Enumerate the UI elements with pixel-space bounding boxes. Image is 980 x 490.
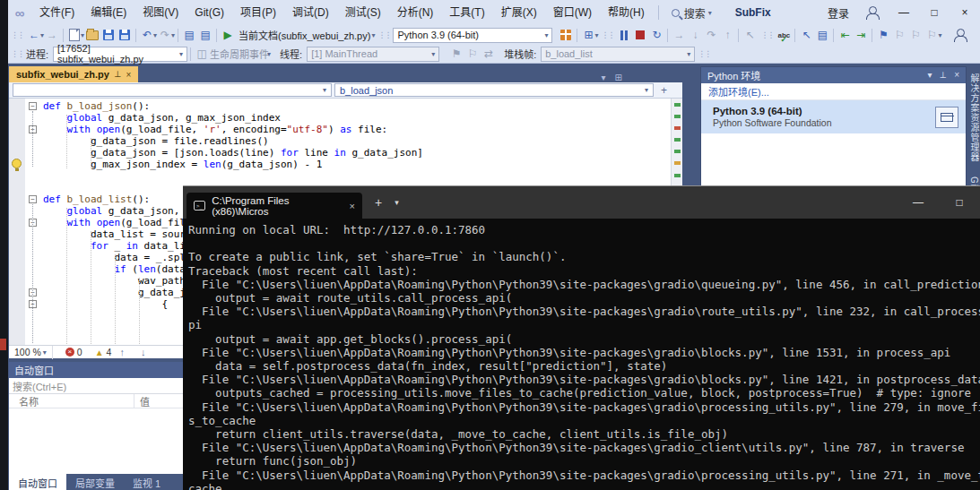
column-value[interactable]: 值 xyxy=(134,394,150,408)
next-issue-icon[interactable]: ↓ xyxy=(141,347,146,357)
menu-edit[interactable]: 编辑(E) xyxy=(82,0,134,25)
tab-locals[interactable]: 局部变量 xyxy=(66,474,124,490)
warning-count[interactable]: 4 xyxy=(107,347,112,357)
terminal-maximize-button[interactable]: □ xyxy=(939,186,980,219)
maximize-button[interactable]: □ xyxy=(919,0,950,25)
tab-solution-explorer[interactable]: 解决方案资源管理器 xyxy=(967,66,980,169)
toolbar-grip[interactable]: ⋮⋮ xyxy=(758,30,776,39)
collapse-icon[interactable]: − xyxy=(29,195,37,203)
pin-icon[interactable]: ⟂ xyxy=(940,70,946,81)
sign-in-button[interactable]: 登录 xyxy=(820,5,856,21)
lifecycle-icon[interactable]: ◫ xyxy=(194,46,210,62)
menu-test[interactable]: 测试(S) xyxy=(337,0,389,25)
menu-git[interactable]: Git(G) xyxy=(186,0,232,25)
zoom-combo[interactable]: 100 % ▾ xyxy=(9,346,53,359)
open-file-button[interactable] xyxy=(84,27,100,43)
nav-type-combo[interactable]: ▾ xyxy=(13,83,332,97)
indent-decrease-button[interactable]: ⇤ xyxy=(837,27,853,43)
column-name[interactable]: 名称 xyxy=(9,394,134,408)
step-out-button[interactable]: ↑ xyxy=(719,27,735,43)
python-version-combo[interactable]: Python 3.9 (64-bit) ▾ xyxy=(393,28,552,43)
add-environment-link[interactable]: 添加环境(E)... xyxy=(701,83,966,100)
pause-button[interactable] xyxy=(616,27,632,43)
nav-member-combo[interactable]: b_load_json ▾ xyxy=(334,83,654,97)
prev-issue-icon[interactable]: ↑ xyxy=(119,347,125,357)
menu-help[interactable]: 帮助(H) xyxy=(600,0,653,25)
next-bookmark-button[interactable]: ⚐ xyxy=(907,27,924,43)
toolbar-grip[interactable]: ⋮⋮ xyxy=(375,30,393,39)
run-target-label[interactable]: 当前文档(subfix_webui_zh.py) xyxy=(238,28,370,42)
spell-check-button[interactable]: abc xyxy=(776,27,792,43)
menu-debug[interactable]: 调试(D) xyxy=(284,0,337,25)
menu-analyze[interactable]: 分析(N) xyxy=(389,0,442,25)
menu-file[interactable]: 文件(F) xyxy=(31,0,82,25)
tab-watch1[interactable]: 监视 1 xyxy=(124,474,169,490)
prev-bookmark-button[interactable]: ⚐ xyxy=(891,27,907,43)
select-pointer-button[interactable]: ↖ xyxy=(798,27,814,43)
menu-view[interactable]: 视图(V) xyxy=(134,0,186,25)
close-button[interactable]: × xyxy=(950,0,980,25)
save-all-button[interactable] xyxy=(117,27,133,43)
show-threads-button[interactable]: ↖ xyxy=(742,27,758,43)
python-env-title-bar[interactable]: Python 环境 ▾ ⟂ × xyxy=(701,67,966,83)
stack-frame-combo[interactable]: b_load_list ▾ xyxy=(541,47,695,62)
collapse-icon[interactable]: − xyxy=(29,102,37,110)
tab-subfix-webui-zh[interactable]: subfix_webui_zh.py ⟂ × xyxy=(9,66,138,82)
navigate-to-button[interactable]: ▤ xyxy=(197,27,213,43)
lifecycle-label[interactable]: 生命周期事件 xyxy=(210,47,269,61)
step-back-button[interactable]: ↷ xyxy=(703,27,719,43)
split-editor-icon[interactable]: + xyxy=(661,84,667,97)
menu-window[interactable]: 窗口(W) xyxy=(545,0,600,25)
menu-tools[interactable]: 工具(T) xyxy=(441,0,492,25)
tab-autos[interactable]: 自动窗口 xyxy=(9,474,66,490)
thread-combo[interactable]: [1] MainThread ▾ xyxy=(307,47,439,62)
start-debug-button[interactable]: ▶ xyxy=(220,27,236,43)
toolbar-grip[interactable]: ⋮⋮ xyxy=(8,49,26,58)
flag-outline-icon[interactable]: ⚐ xyxy=(464,46,481,62)
new-tab-button[interactable]: + xyxy=(375,195,382,210)
minimize-button[interactable]: — xyxy=(889,0,919,25)
pin-icon[interactable]: ⟂ xyxy=(115,69,121,80)
close-icon[interactable]: × xyxy=(954,70,959,81)
toolbar-grip[interactable]: ⋮⋮ xyxy=(598,30,616,39)
terminal-output[interactable]: Running on local URL: http://127.0.0.1:7… xyxy=(183,219,980,490)
call-hierarchy-button[interactable]: ▤ xyxy=(814,27,830,43)
swap-threads-icon[interactable]: ⇄ xyxy=(481,46,497,62)
chevron-down-icon[interactable]: ▾ xyxy=(267,50,271,58)
menu-project[interactable]: 项目(P) xyxy=(232,0,284,25)
feedback-icon[interactable] xyxy=(953,28,967,42)
flag-icon[interactable]: ⚑ xyxy=(448,46,464,62)
indent-increase-button[interactable]: ⇥ xyxy=(853,27,869,43)
save-button[interactable] xyxy=(100,27,117,43)
terminal-minimize-button[interactable]: — xyxy=(898,186,939,219)
close-tab-icon[interactable]: × xyxy=(126,70,132,80)
chevron-down-icon[interactable]: ▾ xyxy=(171,31,175,39)
tab-list-chevron-icon[interactable]: ▾ xyxy=(601,73,605,82)
toggle-bookmark-button[interactable]: ⚑ xyxy=(875,27,891,43)
environment-settings-button[interactable] xyxy=(935,107,958,128)
chevron-down-icon[interactable]: ▾ xyxy=(938,31,941,39)
find-in-files-button[interactable]: ▤ xyxy=(181,27,197,43)
search-button[interactable]: 搜索 ▾ xyxy=(664,5,719,21)
menu-extensions[interactable]: 扩展(X) xyxy=(493,0,545,25)
lightbulb-icon[interactable] xyxy=(12,159,22,168)
breakpoint-gutter[interactable] xyxy=(9,99,25,345)
account-icon[interactable] xyxy=(865,5,880,20)
terminal-tab[interactable]: >_ C:\Program Files (x86)\Micros × xyxy=(186,193,362,219)
toolbar-grip[interactable]: ⋮⋮ xyxy=(695,49,713,58)
navigate-forward-button[interactable]: → xyxy=(44,27,60,43)
restart-button[interactable]: ↻ xyxy=(648,27,664,43)
stop-debug-button[interactable] xyxy=(632,27,648,43)
suggestions-gift-button[interactable] xyxy=(558,27,574,43)
toolbar-grip[interactable]: ⋮⋮ xyxy=(8,30,26,39)
terminal-title-bar[interactable]: >_ C:\Program Files (x86)\Micros × + ▾ —… xyxy=(183,186,980,219)
close-tab-icon[interactable]: × xyxy=(350,201,355,211)
step-over-button[interactable]: → xyxy=(671,27,687,43)
float-window-icon[interactable]: ⊞ xyxy=(614,73,621,82)
environment-row[interactable]: Python 3.9 (64-bit) Python Software Foun… xyxy=(701,100,966,133)
tab-dropdown-icon[interactable]: ▾ xyxy=(395,198,399,207)
error-count[interactable]: 0 xyxy=(77,347,82,357)
window-menu-icon[interactable]: ▾ xyxy=(927,70,932,81)
process-combo[interactable]: [17652] subfix_webui_zh.py ▾ xyxy=(53,47,187,62)
step-into-button[interactable]: ↓ xyxy=(687,27,703,43)
